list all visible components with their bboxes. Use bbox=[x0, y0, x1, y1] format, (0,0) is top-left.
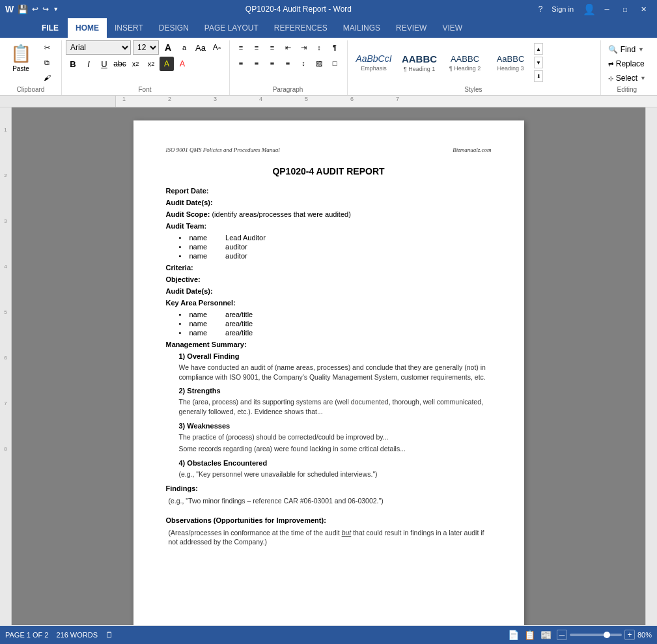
line-spacing-btn[interactable]: ↕ bbox=[296, 56, 311, 70]
quick-more[interactable]: ▼ bbox=[53, 6, 59, 12]
style-emphasis[interactable]: AaBbCcI Emphasis bbox=[352, 43, 396, 82]
copy-button[interactable]: ⧉ bbox=[38, 55, 56, 70]
view-read-btn[interactable]: 📰 bbox=[540, 630, 552, 640]
team-member-1: • name Lead Auditor bbox=[179, 234, 492, 242]
align-left-btn[interactable]: ≡ bbox=[234, 56, 248, 70]
tab-references[interactable]: REFERENCES bbox=[266, 18, 335, 38]
change-case-btn[interactable]: Aa bbox=[193, 40, 208, 55]
zoom-slider[interactable] bbox=[570, 634, 622, 636]
mgmt-summary-label: Management Summary: bbox=[166, 341, 247, 348]
quick-undo[interactable]: ↩ bbox=[32, 5, 38, 14]
team-role-3: auditor bbox=[225, 252, 247, 260]
view-web-btn[interactable]: 📋 bbox=[524, 630, 535, 640]
restore-btn[interactable]: □ bbox=[617, 3, 634, 15]
key-area-list: • name area/title • name area/title • na… bbox=[179, 311, 492, 337]
status-bar: PAGE 1 OF 2 216 WORDS 🗒 📄 📋 📰 ─ + 80% bbox=[0, 626, 657, 644]
strikethrough-btn[interactable]: abc bbox=[113, 57, 127, 71]
styles-scroll-up[interactable]: ▲ bbox=[534, 43, 543, 55]
style-heading3[interactable]: AaBBC Heading 3 bbox=[488, 43, 533, 82]
zoom-plus-btn[interactable]: + bbox=[624, 630, 635, 640]
ruler-mark-7: 7 bbox=[396, 96, 399, 102]
minimize-btn[interactable]: ─ bbox=[598, 3, 615, 15]
replace-btn[interactable]: ⇄ Replace bbox=[605, 57, 648, 70]
close-btn[interactable]: ✕ bbox=[635, 3, 652, 15]
bullets-btn[interactable]: ≡ bbox=[234, 40, 248, 55]
observations-italic: but bbox=[342, 529, 352, 537]
observations-row: Observations (Opportunities for Improvem… bbox=[166, 516, 492, 524]
decrease-indent-btn[interactable]: ⇤ bbox=[281, 40, 295, 55]
audit-team-row: Audit Team: bbox=[166, 222, 492, 230]
shrink-font-btn[interactable]: a bbox=[177, 40, 191, 55]
align-right-btn[interactable]: ≡ bbox=[265, 56, 279, 70]
border-btn[interactable]: □ bbox=[328, 56, 342, 70]
document-page[interactable]: ISO 9001 QMS Policies and Procedures Man… bbox=[133, 120, 524, 625]
cut-button[interactable]: ✂ bbox=[38, 40, 56, 55]
page-info: PAGE 1 OF 2 bbox=[5, 631, 48, 639]
tab-page-layout[interactable]: PAGE LAYOUT bbox=[197, 18, 266, 38]
bold-btn[interactable]: B bbox=[66, 57, 80, 71]
styles-scroll: ▲ ▼ ⬇ bbox=[534, 43, 543, 82]
shading-btn[interactable]: ▨ bbox=[312, 56, 326, 70]
superscript-btn[interactable]: x2 bbox=[144, 57, 158, 71]
tab-design[interactable]: DESIGN bbox=[151, 18, 197, 38]
tab-view[interactable]: VIEW bbox=[434, 18, 470, 38]
numbering-btn[interactable]: ≡ bbox=[249, 40, 264, 55]
tab-mailings[interactable]: MAILINGS bbox=[335, 18, 388, 38]
zoom-minus-btn[interactable]: ─ bbox=[557, 630, 567, 640]
font-name-select[interactable]: Arial bbox=[66, 40, 131, 55]
left-ruler-7: 7 bbox=[0, 400, 11, 406]
quick-save[interactable]: 💾 bbox=[18, 5, 28, 14]
clear-formatting-btn[interactable]: A× bbox=[210, 40, 224, 55]
style-heading1[interactable]: AABBC ¶ Heading 1 bbox=[397, 43, 441, 82]
observations-heading: Observations (Opportunities for Improvem… bbox=[166, 516, 326, 524]
findings-row: Findings: bbox=[166, 484, 492, 492]
text-highlight-btn[interactable]: A bbox=[160, 57, 174, 71]
font-row2: B I U abc x2 x2 A A bbox=[66, 57, 189, 71]
section-3-body2: Some records regarding (area) were found… bbox=[179, 444, 492, 454]
ruler-mark-1: 1 bbox=[122, 96, 126, 102]
team-role-1: Lead Auditor bbox=[225, 234, 266, 242]
sort-btn[interactable]: ↕ bbox=[312, 40, 326, 55]
align-center-btn[interactable]: ≡ bbox=[249, 56, 264, 70]
tab-insert[interactable]: INSERT bbox=[107, 18, 151, 38]
tab-file[interactable]: FILE bbox=[33, 18, 68, 38]
font-size-select[interactable]: 12 bbox=[133, 40, 159, 55]
tab-home[interactable]: HOME bbox=[68, 18, 107, 38]
audit-team-list: • name Lead Auditor • name auditor • nam… bbox=[179, 234, 492, 260]
style-heading2[interactable]: AABBC ¶ Heading 2 bbox=[443, 43, 487, 82]
ruler-scale: 1 2 3 4 5 6 7 bbox=[116, 96, 657, 107]
grow-font-btn[interactable]: A bbox=[161, 40, 175, 55]
select-btn[interactable]: ⊹ Select ▼ bbox=[605, 72, 649, 85]
justify-btn[interactable]: ≡ bbox=[281, 56, 295, 70]
subscript-btn[interactable]: x2 bbox=[128, 57, 143, 71]
styles-scroll-down[interactable]: ▼ bbox=[534, 57, 543, 68]
increase-indent-btn[interactable]: ⇥ bbox=[296, 40, 311, 55]
ribbon-content: 📋 Paste ✂ ⧉ 🖌 Clipboard Arial bbox=[0, 38, 657, 95]
key-name-3: name bbox=[189, 329, 208, 337]
paste-button[interactable]: 📋 Paste bbox=[5, 40, 36, 76]
key-bullet-3: • bbox=[179, 329, 184, 337]
show-hide-btn[interactable]: ¶ bbox=[328, 40, 342, 55]
ribbon: 📋 Paste ✂ ⧉ 🖌 Clipboard Arial bbox=[0, 38, 657, 96]
help-btn[interactable]: ? bbox=[538, 5, 543, 14]
ruler-mark-3: 3 bbox=[214, 96, 217, 102]
sign-in[interactable]: Sign in bbox=[552, 5, 574, 13]
tab-review[interactable]: REVIEW bbox=[388, 18, 434, 38]
team-role-2: auditor bbox=[225, 243, 247, 251]
styles-scroll-more[interactable]: ⬇ bbox=[534, 70, 543, 82]
format-painter-button[interactable]: 🖌 bbox=[38, 70, 56, 85]
style-heading2-label: ¶ Heading 2 bbox=[449, 65, 481, 72]
italic-btn[interactable]: I bbox=[81, 57, 96, 71]
quick-redo[interactable]: ↪ bbox=[42, 5, 49, 14]
audit-dates2-row: Audit Date(s): bbox=[166, 287, 492, 295]
view-print-btn[interactable]: 📄 bbox=[508, 630, 519, 640]
find-btn[interactable]: 🔍 Find ▼ bbox=[605, 43, 647, 56]
underline-btn[interactable]: U bbox=[97, 57, 111, 71]
font-color-btn[interactable]: A bbox=[175, 57, 189, 71]
clipboard-small-btns: ✂ ⧉ 🖌 bbox=[38, 40, 56, 85]
multilevel-btn[interactable]: ≡ bbox=[265, 40, 279, 55]
main-layout: 1 2 3 4 5 6 7 8 ISO 9001 QMS Policies an… bbox=[0, 107, 657, 625]
select-icon: ⊹ bbox=[608, 75, 613, 82]
find-label: Find bbox=[621, 45, 636, 54]
section-1-heading: 1) Overall Finding bbox=[179, 352, 492, 360]
